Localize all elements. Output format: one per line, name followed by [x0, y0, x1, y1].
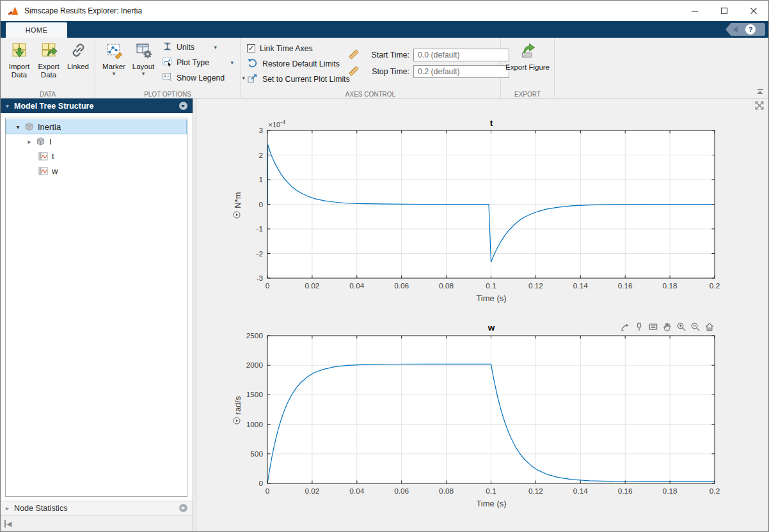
ribbon-group-export: Export Figure EXPORT: [501, 38, 555, 98]
title-bar: Simscape Results Explorer: Inertia: [1, 1, 768, 21]
export-data-icon: [40, 42, 58, 61]
tree-item-label: Inertia: [38, 122, 61, 132]
simscape-results-explorer-window: Simscape Results Explorer: Inertia HOME …: [0, 0, 769, 532]
tree-item-t[interactable]: t: [6, 149, 187, 164]
zoom-in-icon[interactable]: [676, 321, 686, 332]
collapsed-caret-icon[interactable]: ▸: [26, 138, 33, 145]
plot-panel: 00.020.040.060.080.10.120.140.160.180.2-…: [196, 98, 768, 531]
import-data-label: Import Data: [4, 63, 34, 79]
group-label-axes-control: AXES CONTROL: [241, 91, 500, 98]
svg-text:1: 1: [259, 175, 264, 184]
svg-text:1000: 1000: [246, 420, 264, 429]
svg-text:1500: 1500: [246, 390, 264, 399]
sidebar-splitter[interactable]: [193, 98, 197, 531]
svg-text:0.16: 0.16: [618, 281, 633, 290]
collapse-ribbon-button[interactable]: [757, 89, 763, 94]
collapse-sidebar-icon[interactable]: ◀: [4, 520, 12, 528]
charts-canvas[interactable]: 00.020.040.060.080.10.120.140.160.180.2-…: [196, 98, 769, 532]
tree-item-i[interactable]: ▸ I: [6, 134, 187, 149]
show-legend-button[interactable]: Show Legend ▾: [162, 72, 245, 84]
export-plot-icon[interactable]: [619, 321, 630, 332]
start-time-input[interactable]: [413, 49, 509, 61]
model-tree: ▾ Inertia ▸ I t: [5, 118, 187, 497]
unit-dropdown-icon[interactable]: [233, 211, 242, 219]
svg-text:0.1: 0.1: [486, 487, 496, 496]
svg-text:0.16: 0.16: [618, 487, 633, 496]
marker-button[interactable]: Marker ▾: [99, 40, 129, 76]
show-legend-icon: [162, 72, 173, 84]
cube-icon: [36, 137, 45, 146]
ribbon-group-data: Import Data Export Data: [1, 38, 95, 98]
sidebar-status-bar: ◀: [1, 515, 193, 531]
export-figure-label: Export Figure: [505, 63, 550, 72]
tab-home[interactable]: HOME: [6, 22, 67, 38]
svg-text:3: 3: [259, 126, 264, 135]
tree-item-inertia[interactable]: ▾ Inertia: [6, 120, 187, 134]
node-statistics-caret-icon: ▸: [6, 505, 9, 512]
ribbon-group-plot-options: Marker ▾ Layout: [95, 38, 241, 98]
restore-default-limits-label: Restore Default Limits: [262, 59, 340, 68]
start-time-ruler-icon: [348, 49, 360, 62]
signal-icon: [38, 166, 48, 176]
panel-collapse-caret-icon: ▾: [6, 102, 9, 109]
model-tree-structure-header[interactable]: ▾ Model Tree Structure: [1, 98, 193, 113]
minimize-button[interactable]: [680, 1, 710, 21]
link-time-axes-checkbox[interactable]: ✓ Link Time Axes: [247, 43, 350, 54]
export-data-label: Export Data: [34, 63, 63, 79]
chart-w-ylabel: rad/s: [231, 373, 244, 448]
brush-icon[interactable]: [633, 321, 644, 332]
linked-button[interactable]: Linked: [63, 40, 93, 79]
layout-button[interactable]: Layout ▾: [129, 40, 158, 76]
cube-icon: [24, 122, 34, 132]
tree-item-label: I: [49, 137, 52, 146]
plot-type-button[interactable]: Plot Type ▾: [162, 56, 234, 69]
expand-caret-icon[interactable]: ▾: [14, 123, 22, 130]
signal-icon: [38, 152, 48, 161]
svg-text:0.06: 0.06: [395, 281, 409, 290]
stop-time-input[interactable]: [413, 65, 509, 78]
import-data-icon: [11, 42, 28, 61]
node-statistics-title: Node Statistics: [14, 504, 67, 513]
collapse-ribbon-icon: [757, 89, 763, 90]
zoom-out-icon[interactable]: [690, 321, 701, 332]
node-statistics-menu-icon[interactable]: [179, 504, 187, 512]
units-icon: [162, 41, 173, 54]
datatips-icon[interactable]: [647, 321, 658, 332]
axes-toolbar: [587, 321, 715, 332]
svg-text:0.12: 0.12: [528, 487, 543, 496]
export-data-button[interactable]: Export Data: [34, 40, 63, 79]
svg-text:0.14: 0.14: [573, 487, 588, 496]
show-legend-label: Show Legend: [177, 74, 225, 82]
linked-icon: [70, 42, 87, 61]
svg-text:0.04: 0.04: [350, 281, 365, 290]
help-button[interactable]: ?: [725, 23, 765, 36]
svg-text:2: 2: [259, 151, 264, 160]
stop-time-ruler-icon: [348, 65, 360, 79]
import-data-button[interactable]: Import Data: [4, 40, 34, 79]
close-button[interactable]: [739, 1, 768, 21]
svg-text:0.02: 0.02: [305, 487, 320, 496]
pan-icon[interactable]: [662, 321, 672, 332]
panel-menu-icon[interactable]: [179, 102, 187, 110]
svg-text:0.04: 0.04: [350, 487, 365, 496]
svg-text:0.12: 0.12: [528, 281, 543, 290]
tree-item-w[interactable]: w: [6, 164, 187, 178]
units-button[interactable]: Units ▾: [162, 41, 217, 54]
svg-text:-1: -1: [257, 224, 264, 233]
window-title: Simscape Results Explorer: Inertia: [24, 6, 142, 15]
set-to-current-plot-limits-button[interactable]: Set to Current Plot Limits: [247, 74, 350, 84]
export-figure-button[interactable]: Export Figure: [503, 40, 553, 72]
main-area: ▾ Model Tree Structure ▾ Inertia ▸: [1, 98, 768, 531]
maximize-button[interactable]: [710, 1, 739, 21]
svg-text:0.2: 0.2: [710, 281, 720, 290]
plot-type-icon: [162, 56, 173, 69]
matlab-logo-icon: [7, 6, 19, 17]
restore-default-limits-button[interactable]: Restore Default Limits: [247, 58, 350, 69]
model-tree-structure-title: Model Tree Structure: [14, 102, 93, 111]
expand-plot-icon[interactable]: [754, 100, 765, 113]
unit-dropdown-icon[interactable]: [233, 417, 242, 425]
node-statistics-header[interactable]: ▸ Node Statistics: [1, 501, 193, 515]
restore-view-icon[interactable]: [704, 321, 715, 332]
svg-text:0.2: 0.2: [710, 487, 720, 496]
marker-caret-icon: ▾: [113, 71, 116, 76]
